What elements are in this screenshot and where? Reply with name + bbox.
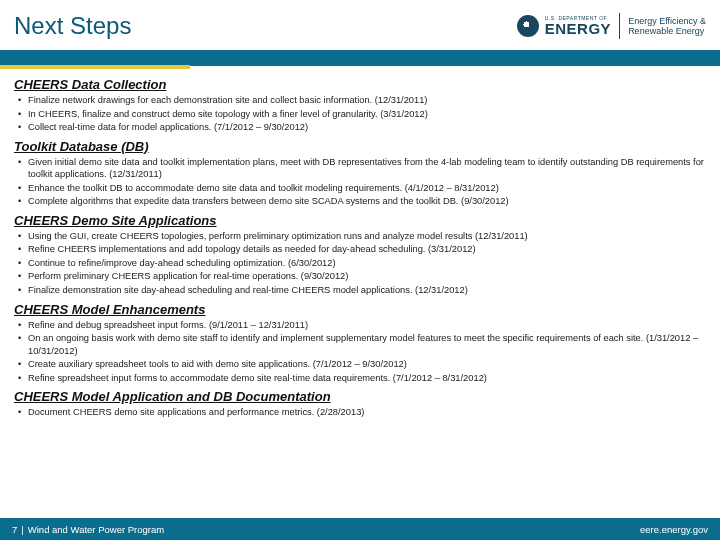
bullet-list: Refine and debug spreadsheet input forms… [14,319,706,385]
list-item: Finalize network drawings for each demon… [18,94,706,107]
logo-divider [619,13,620,39]
section-heading: CHEERS Data Collection [14,77,706,92]
eere-line1: Energy Efficiency & [628,16,706,26]
list-item: Enhance the toolkit DB to accommodate de… [18,182,706,195]
list-item: Refine spreadsheet input forms to accomm… [18,372,706,385]
page-number: 7 [12,524,17,535]
eere-text: Energy Efficiency & Renewable Energy [628,16,706,37]
list-item: Given initial demo site data and toolkit… [18,156,706,181]
slide: Next Steps U.S. DEPARTMENT OF ENERGY Ene… [0,0,720,540]
logo-block: U.S. DEPARTMENT OF ENERGY Energy Efficie… [517,13,706,39]
list-item: Finalize demonstration site day-ahead sc… [18,284,706,297]
section-heading: Toolkit Database (DB) [14,139,706,154]
list-item: In CHEERS, finalize and construct demo s… [18,108,706,121]
footer: 7 | Wind and Water Power Program eere.en… [0,518,720,540]
doe-logo: U.S. DEPARTMENT OF ENERGY [517,15,611,37]
accent-bar [0,50,720,66]
doe-text: U.S. DEPARTMENT OF ENERGY [545,16,611,36]
page-title: Next Steps [14,12,131,40]
footer-left: 7 | Wind and Water Power Program [12,524,164,535]
body: CHEERS Data Collection Finalize network … [0,66,720,518]
dept-big: ENERGY [545,21,611,36]
list-item: Using the GUI, create CHEERS topologies,… [18,230,706,243]
doe-seal-icon [517,15,539,37]
bullet-list: Using the GUI, create CHEERS topologies,… [14,230,706,297]
list-item: Collect real-time data for model applica… [18,121,706,134]
section-heading: CHEERS Demo Site Applications [14,213,706,228]
section-heading: CHEERS Model Application and DB Document… [14,389,706,404]
list-item: Complete algorithms that expedite data t… [18,195,706,208]
list-item: Perform preliminary CHEERS application f… [18,270,706,283]
program-name: Wind and Water Power Program [28,524,164,535]
list-item: Refine and debug spreadsheet input forms… [18,319,706,332]
list-item: Document CHEERS demo site applications a… [18,406,706,419]
footer-url: eere.energy.gov [640,524,708,535]
list-item: Create auxiliary spreadsheet tools to ai… [18,358,706,371]
section-heading: CHEERS Model Enhancements [14,302,706,317]
list-item: On an ongoing basis work with demo site … [18,332,706,357]
header: Next Steps U.S. DEPARTMENT OF ENERGY Ene… [0,0,720,50]
list-item: Continue to refine/improve day-ahead sch… [18,257,706,270]
footer-divider: | [21,524,23,535]
bullet-list: Given initial demo site data and toolkit… [14,156,706,208]
accent-underline [0,65,190,69]
eere-line2: Renewable Energy [628,26,706,36]
bullet-list: Finalize network drawings for each demon… [14,94,706,134]
list-item: Refine CHEERS implementations and add to… [18,243,706,256]
bullet-list: Document CHEERS demo site applications a… [14,406,706,419]
